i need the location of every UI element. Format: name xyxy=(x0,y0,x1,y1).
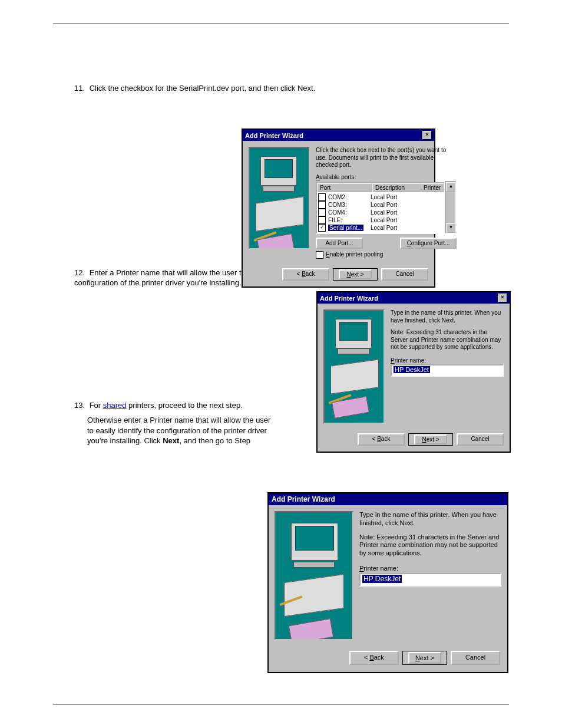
dialog-note: Note: Exceeding 31 characters in the Ser… xyxy=(359,533,501,558)
cancel-button[interactable]: Cancel xyxy=(451,651,500,665)
step13b-text2: , and then go to Step xyxy=(179,436,250,445)
printer-name-label: rinter name: xyxy=(395,357,426,364)
ports-listbox[interactable]: Port Description Printer COM2:Local Port… xyxy=(316,182,445,234)
dialog-titlebar: Add Printer Wizard × xyxy=(243,130,434,141)
next-button-ref: Next xyxy=(163,436,179,445)
enable-pooling-label: Enable printer pooling xyxy=(326,251,383,258)
step-text: Click the checkbox for the SerialPrint.d… xyxy=(90,84,316,93)
scrollbar[interactable]: ▲ ▼ xyxy=(445,181,457,234)
wizard-image xyxy=(275,511,353,640)
printer-name-input[interactable]: HP DeskJet xyxy=(391,364,504,377)
step-text: For shared printers, proceed to the next… xyxy=(90,401,243,410)
close-icon[interactable]: × xyxy=(422,131,432,140)
dialog-title: Add Printer Wizard xyxy=(245,132,303,139)
column-description[interactable]: Description xyxy=(372,183,421,192)
dialog-title: Add Printer Wizard xyxy=(320,295,378,302)
next-button[interactable]: Next > xyxy=(408,433,453,446)
step-number: 12. xyxy=(74,268,87,278)
scroll-up-icon[interactable]: ▲ xyxy=(446,182,455,192)
port-row[interactable]: ✓Serial print...Local Port xyxy=(317,224,444,232)
wizard-image xyxy=(323,309,385,424)
enable-pooling-checkbox[interactable] xyxy=(316,251,323,259)
next-button[interactable]: Next > xyxy=(333,268,378,281)
dialog-title: Add Printer Wizard xyxy=(272,495,335,503)
add-port-button[interactable]: Add Port... xyxy=(316,238,363,249)
add-printer-wizard-name-dialog: Add Printer Wizard × Type in the name of… xyxy=(316,291,511,453)
scroll-down-icon[interactable]: ▼ xyxy=(446,223,455,233)
cancel-button[interactable]: Cancel xyxy=(457,433,504,446)
dialog-titlebar: Add Printer Wizard × xyxy=(318,292,510,304)
port-row[interactable]: FILE:Local Port xyxy=(317,216,444,224)
dialog-instruction: Type in the name of this printer. When y… xyxy=(359,511,501,528)
port-row[interactable]: COM4:Local Port xyxy=(317,209,444,216)
shared-link[interactable]: shared xyxy=(103,401,127,410)
printer-name-label: rinter name: xyxy=(363,565,398,572)
dialog-titlebar: Add Printer Wizard xyxy=(269,493,507,505)
add-printer-wizard-name-dialog-large: Add Printer Wizard Type in the name of t… xyxy=(267,492,508,673)
cancel-button[interactable]: Cancel xyxy=(381,268,428,281)
dialog-note: Note: Exceeding 31 characters in the Ser… xyxy=(391,329,504,351)
back-button[interactable]: < Back xyxy=(349,651,399,665)
available-ports-label: vailable ports: xyxy=(320,174,356,180)
back-button[interactable]: < Back xyxy=(358,433,405,446)
port-row[interactable]: COM2:Local Port xyxy=(317,193,444,201)
port-row[interactable]: COM3:Local Port xyxy=(317,201,444,209)
column-port[interactable]: Port xyxy=(317,183,372,192)
close-icon[interactable]: × xyxy=(498,294,507,302)
printer-name-input[interactable]: HP DeskJet xyxy=(359,573,501,587)
wizard-image xyxy=(249,147,310,249)
configure-port-button[interactable]: Configure Port... xyxy=(400,238,457,249)
step-number: 11. xyxy=(74,83,87,94)
next-button[interactable]: Next > xyxy=(402,651,447,665)
dialog-instruction: Click the check box next to the port(s) … xyxy=(316,147,457,169)
dialog-instruction: Type in the name of this printer. When y… xyxy=(391,309,504,324)
add-printer-wizard-ports-dialog: Add Printer Wizard × Click the check box… xyxy=(242,129,435,288)
step-number: 13. xyxy=(74,400,87,411)
back-button[interactable]: < Back xyxy=(282,268,329,281)
column-printer[interactable]: Printer xyxy=(421,183,444,192)
